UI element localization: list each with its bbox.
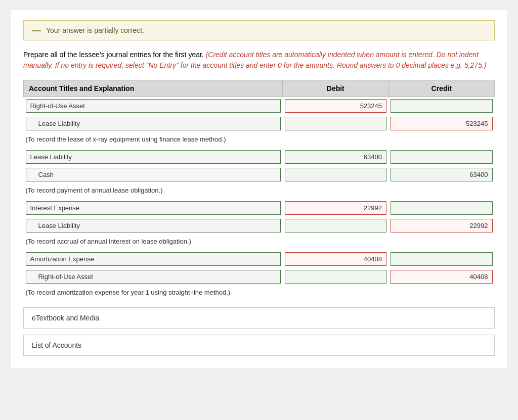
table-row bbox=[24, 148, 495, 166]
table-row bbox=[24, 166, 495, 183]
account-cell bbox=[24, 166, 283, 183]
note-row: (To record payment of annual lease oblig… bbox=[24, 183, 495, 199]
account-cell bbox=[24, 199, 283, 217]
credit-input[interactable] bbox=[391, 201, 492, 215]
note-text: (To record accrual of annual interest on… bbox=[24, 235, 495, 250]
credit-input[interactable] bbox=[391, 252, 492, 266]
note-text: (To record amortization expense for year… bbox=[24, 286, 495, 301]
debit-input[interactable] bbox=[285, 168, 386, 181]
bottom-link-1[interactable]: List of Accounts bbox=[23, 335, 495, 356]
note-text: (To record the lease of x-ray equipment … bbox=[24, 132, 495, 148]
debit-input[interactable] bbox=[285, 201, 386, 215]
debit-cell bbox=[283, 115, 388, 132]
table-row bbox=[24, 217, 495, 235]
credit-cell bbox=[388, 199, 494, 217]
credit-input[interactable] bbox=[391, 117, 492, 130]
alert-dash-icon: — bbox=[32, 26, 41, 35]
credit-cell bbox=[388, 217, 494, 235]
account-cell bbox=[24, 148, 283, 166]
account-cell bbox=[24, 250, 283, 268]
note-row: (To record the lease of x-ray equipment … bbox=[24, 132, 495, 148]
debit-cell bbox=[283, 97, 388, 115]
debit-input[interactable] bbox=[285, 117, 386, 130]
credit-cell bbox=[388, 148, 494, 166]
credit-cell bbox=[388, 115, 494, 132]
debit-cell bbox=[283, 217, 388, 235]
account-title-input[interactable] bbox=[26, 117, 281, 130]
credit-input[interactable] bbox=[391, 270, 492, 284]
debit-input[interactable] bbox=[285, 219, 386, 232]
account-cell bbox=[24, 217, 283, 235]
account-cell bbox=[24, 115, 283, 132]
debit-cell bbox=[283, 268, 388, 286]
debit-cell bbox=[283, 199, 388, 217]
note-row: (To record amortization expense for year… bbox=[24, 286, 495, 301]
col-header-debit: Debit bbox=[283, 80, 388, 97]
credit-input[interactable] bbox=[391, 99, 492, 113]
journal-table: Account Titles and Explanation Debit Cre… bbox=[23, 80, 495, 301]
credit-cell bbox=[388, 250, 494, 268]
debit-input[interactable] bbox=[285, 270, 386, 284]
table-row bbox=[24, 250, 495, 268]
account-title-input[interactable] bbox=[26, 219, 281, 232]
account-cell bbox=[24, 268, 283, 286]
account-title-input[interactable] bbox=[26, 99, 281, 113]
debit-cell bbox=[283, 148, 388, 166]
col-header-account: Account Titles and Explanation bbox=[24, 80, 283, 97]
instructions-prefix: Prepare all of the lessee's journal entr… bbox=[23, 51, 204, 59]
credit-input[interactable] bbox=[391, 168, 492, 181]
bottom-link-0[interactable]: eTextbook and Media bbox=[23, 307, 495, 329]
alert-text: Your answer is partially correct. bbox=[46, 26, 144, 34]
bottom-links-container: eTextbook and MediaList of Accounts bbox=[23, 307, 495, 356]
credit-cell bbox=[388, 97, 494, 115]
account-title-input[interactable] bbox=[26, 201, 281, 215]
account-cell bbox=[24, 97, 283, 115]
table-row bbox=[24, 115, 495, 132]
table-row bbox=[24, 268, 495, 286]
alert-box: — Your answer is partially correct. bbox=[23, 20, 495, 40]
credit-input[interactable] bbox=[391, 150, 492, 164]
table-row bbox=[24, 199, 495, 217]
account-title-input[interactable] bbox=[26, 270, 281, 284]
debit-cell bbox=[283, 250, 388, 268]
page-container: — Your answer is partially correct. Prep… bbox=[11, 10, 507, 368]
table-row bbox=[24, 97, 495, 115]
account-title-input[interactable] bbox=[26, 150, 281, 164]
credit-cell bbox=[388, 166, 494, 183]
debit-input[interactable] bbox=[285, 99, 386, 113]
note-row: (To record accrual of annual interest on… bbox=[24, 235, 495, 250]
instructions: Prepare all of the lessee's journal entr… bbox=[23, 50, 495, 71]
debit-input[interactable] bbox=[285, 252, 386, 266]
credit-cell bbox=[388, 268, 494, 286]
col-header-credit: Credit bbox=[388, 80, 494, 97]
debit-input[interactable] bbox=[285, 150, 386, 164]
account-title-input[interactable] bbox=[26, 252, 281, 266]
account-title-input[interactable] bbox=[26, 168, 281, 181]
debit-cell bbox=[283, 166, 388, 183]
note-text: (To record payment of annual lease oblig… bbox=[24, 183, 495, 199]
credit-input[interactable] bbox=[391, 219, 492, 232]
